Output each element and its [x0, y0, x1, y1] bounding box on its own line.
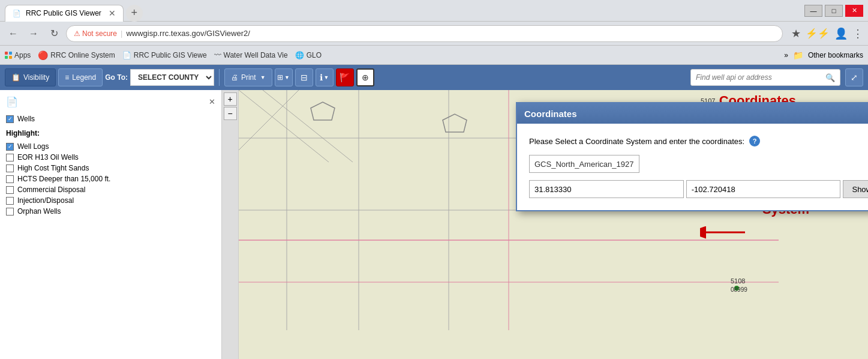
user-icon[interactable]: 👤 — [834, 27, 848, 40]
bookmark-rrc-gis[interactable]: 📄 RRC Public GIS Viewe — [122, 51, 207, 59]
more-bookmarks-button[interactable]: » — [784, 51, 788, 59]
close-panel-icon[interactable]: ✕ — [209, 97, 215, 106]
bookmarks-bar: Apps 🔴 RRC Online System 📄 RRC Public GI… — [0, 46, 868, 65]
glo-icon: 🌐 — [295, 51, 304, 59]
tab-icon: 📄 — [13, 10, 21, 17]
layer-injection: Injection/Disposal — [6, 195, 215, 206]
dialog-header: Coordinates ✕ — [517, 103, 868, 124]
water-well-label: Water Well Data Vie — [224, 51, 288, 59]
orphan-label: Orphan Wells — [17, 207, 61, 216]
search-icon[interactable]: 🔍 — [825, 73, 835, 82]
wells-checkbox[interactable]: ✓ — [6, 115, 14, 123]
svg-text:5108: 5108 — [731, 277, 745, 285]
close-button[interactable]: ✕ — [845, 5, 863, 17]
info-button[interactable]: ℹ ▼ — [316, 68, 334, 86]
apps-label: Apps — [14, 51, 31, 59]
visibility-label: Visibility — [23, 73, 49, 82]
eor-checkbox[interactable] — [6, 154, 14, 161]
security-warning: ⚠ Not secure — [74, 29, 117, 38]
show-button[interactable]: Show — [843, 180, 868, 198]
layer-orphan: Orphan Wells — [6, 206, 215, 217]
crosshair-icon: ⊕ — [362, 73, 369, 82]
gis-toolbar: 📋 Visibility ≡ Legend Go To: SELECT COUN… — [0, 65, 868, 90]
wells-layer-item: ✓ Wells — [6, 113, 215, 124]
fullscreen-button[interactable]: ⤢ — [845, 68, 863, 86]
instruction-text: Please Select a Coordinate System and en… — [529, 137, 744, 146]
coord-system-row: GCS_North_American_1927 GCS_WGS_1984 NAD… — [529, 155, 868, 173]
orphan-checkbox[interactable] — [6, 208, 14, 216]
legend-label: Legend — [72, 73, 96, 82]
legend-button[interactable]: ≡ Legend — [58, 68, 103, 86]
high-cost-checkbox[interactable] — [6, 164, 14, 172]
grid-icon: ⊞ — [277, 73, 283, 82]
title-bar: 📄 RRC Public GIS Viewer ✕ + — □ ✕ — [0, 0, 868, 22]
search-input[interactable] — [696, 73, 823, 82]
reload-button[interactable]: ↻ — [46, 25, 62, 42]
county-select[interactable]: SELECT COUNTY — [130, 69, 214, 86]
bookmark-rrc-online[interactable]: 🔴 RRC Online System — [38, 50, 115, 60]
window-controls: — □ ✕ — [804, 5, 863, 17]
bookmark-star-icon[interactable]: ★ — [791, 27, 801, 40]
print-dropdown-arrow: ▼ — [260, 74, 266, 80]
fullscreen-icon: ⤢ — [851, 73, 858, 82]
grid-button[interactable]: ⊞ ▼ — [275, 68, 293, 86]
print-button[interactable]: 🖨 Print ▼ — [224, 68, 272, 86]
injection-checkbox[interactable] — [6, 197, 14, 205]
coordinates-button[interactable]: ⊕ — [356, 68, 374, 86]
wells-section: ✓ Wells — [6, 113, 215, 124]
layer-well-logs: ✓ Well Logs — [6, 141, 215, 152]
zoom-in-button[interactable]: + — [224, 92, 237, 106]
hcts-checkbox[interactable] — [6, 175, 14, 183]
layers-button[interactable]: ⊟ — [295, 68, 313, 86]
dialog-instruction: Please Select a Coordinate System and en… — [529, 136, 868, 146]
rrc-gis-label: RRC Public GIS Viewe — [134, 51, 207, 59]
active-tab[interactable]: 📄 RRC Public GIS Viewer ✕ — [5, 5, 124, 22]
search-box[interactable]: 🔍 — [690, 69, 840, 86]
menu-icon[interactable]: ⋮ — [852, 27, 863, 40]
highlight-layers: ✓ Well Logs EOR H13 Oil Wells High Cost … — [6, 141, 215, 217]
url-display: wwwgisp.rrc.texas.gov/GISViewer2/ — [126, 29, 250, 38]
bookmark-glo[interactable]: 🌐 GLO — [295, 51, 322, 59]
dialog-title: Coordinates — [524, 109, 577, 119]
forward-button[interactable]: → — [25, 25, 42, 42]
minimize-button[interactable]: — — [804, 5, 822, 17]
toolbar-divider-1 — [219, 69, 220, 86]
map-area[interactable]: + − — [222, 90, 868, 359]
bookmark-water-well[interactable]: 〰 Water Well Data Vie — [214, 51, 288, 59]
commercial-checkbox[interactable] — [6, 186, 14, 194]
zoom-controls: + − — [222, 90, 239, 359]
pdf-icon[interactable]: 📄 — [6, 96, 18, 107]
bookmark-apps[interactable]: Apps — [5, 51, 31, 59]
new-tab-button[interactable]: + — [126, 5, 143, 22]
hcts-label: HCTS Deeper than 15,000 ft. — [17, 175, 110, 183]
latitude-input[interactable] — [529, 180, 684, 198]
injection-label: Injection/Disposal — [17, 196, 74, 205]
glo-label: GLO — [307, 51, 322, 59]
profile-icon[interactable]: ⚡⚡ — [806, 28, 830, 39]
coord-system-select[interactable]: GCS_North_American_1927 GCS_WGS_1984 NAD… — [529, 155, 639, 173]
flag-button[interactable]: 🚩 — [336, 68, 354, 86]
address-box[interactable]: ⚠ Not secure | wwwgisp.rrc.texas.gov/GIS… — [66, 25, 783, 42]
layer-commercial: Commercial Disposal — [6, 184, 215, 195]
warning-icon: ⚠ — [74, 29, 80, 38]
zoom-out-button[interactable]: − — [224, 107, 237, 120]
coordinates-dialog: Coordinates ✕ Please Select a Coordinate… — [516, 102, 868, 211]
browser-icons: ★ ⚡⚡ 👤 ⋮ — [791, 27, 863, 40]
layer-high-cost: High Cost Tight Sands — [6, 163, 215, 173]
maximize-button[interactable]: □ — [825, 5, 843, 17]
folder-icon: 📁 — [793, 50, 803, 60]
commercial-label: Commercial Disposal — [17, 186, 85, 194]
tab-bar: 📄 RRC Public GIS Viewer ✕ + — [5, 0, 143, 22]
well-logs-checkbox[interactable]: ✓ — [6, 143, 14, 151]
rrc-gis-icon: 📄 — [122, 51, 131, 59]
svg-text:08999: 08999 — [731, 286, 747, 293]
longitude-input[interactable] — [686, 180, 841, 198]
help-icon[interactable]: ? — [749, 136, 760, 146]
not-secure-label: Not secure — [82, 29, 117, 38]
back-button[interactable]: ← — [5, 25, 22, 42]
tab-title: RRC Public GIS Viewer — [26, 9, 101, 17]
layers-icon: ⊟ — [301, 73, 308, 82]
legend-icon: ≡ — [65, 73, 69, 82]
visibility-button[interactable]: 📋 Visibility — [5, 68, 56, 86]
tab-close-button[interactable]: ✕ — [109, 8, 116, 18]
